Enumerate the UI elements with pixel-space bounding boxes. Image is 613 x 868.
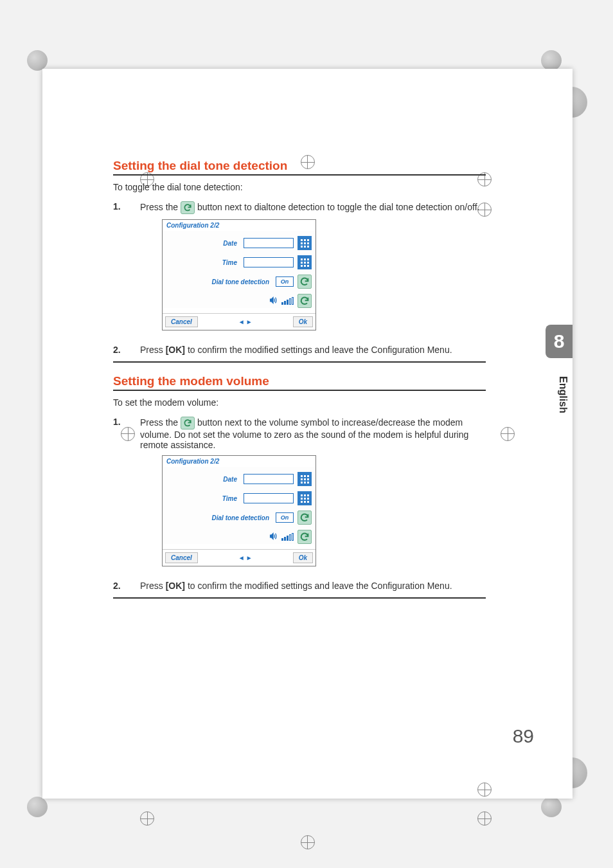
svg-rect-30 [301, 498, 303, 500]
crop-dot-icon [541, 797, 562, 817]
svg-rect-18 [301, 475, 303, 477]
step-2: 2. Press [OK] to confirm the modified se… [113, 581, 486, 591]
svg-rect-0 [301, 239, 303, 241]
svg-rect-12 [301, 262, 303, 264]
step-text: to confirm the modified settings and lea… [185, 345, 452, 355]
registration-mark-icon [501, 427, 515, 441]
volume-bars-icon [281, 297, 294, 305]
divider [113, 597, 486, 599]
step-text: Press [140, 581, 166, 591]
keypad-icon[interactable] [298, 255, 312, 269]
label-time: Time [166, 259, 240, 266]
pager-icon[interactable]: ◄► [233, 554, 258, 561]
svg-rect-16 [304, 265, 306, 267]
label-date: Date [166, 240, 240, 247]
svg-rect-27 [301, 494, 303, 496]
registration-mark-icon [477, 782, 492, 797]
svg-rect-33 [301, 501, 303, 503]
svg-rect-7 [304, 246, 306, 248]
dial-tone-value: On [276, 276, 294, 287]
divider [113, 361, 486, 363]
page-number: 89 [513, 725, 534, 747]
svg-rect-10 [304, 258, 306, 260]
svg-rect-22 [304, 478, 306, 480]
svg-rect-28 [304, 494, 306, 496]
refresh-icon [181, 201, 195, 214]
refresh-icon [181, 417, 195, 429]
step-number: 1. [113, 201, 129, 338]
divider [113, 390, 486, 391]
svg-rect-1 [304, 239, 306, 241]
step-number: 2. [113, 345, 129, 355]
svg-rect-21 [301, 478, 303, 480]
keypad-icon[interactable] [298, 236, 312, 250]
label-dial-tone-detection: Dial tone detection [166, 278, 272, 285]
volume-bars-icon [281, 533, 294, 541]
registration-mark-icon [301, 835, 315, 849]
time-field[interactable] [244, 257, 294, 267]
date-field[interactable] [244, 474, 294, 484]
svg-rect-19 [304, 475, 306, 477]
svg-rect-14 [307, 262, 309, 264]
step-2: 2. Press [OK] to confirm the modified se… [113, 345, 486, 355]
heading-dial-tone-detection: Setting the dial tone detection [113, 159, 486, 173]
step-text: Press [140, 345, 166, 355]
heading-modem-volume: Setting the modem volume [113, 374, 486, 388]
svg-rect-2 [307, 239, 309, 241]
pager-icon[interactable]: ◄► [233, 318, 258, 325]
svg-rect-29 [307, 494, 309, 496]
intro-text: To set the modem volume: [113, 397, 486, 408]
config-screen: Configuration 2/2 Date Time [162, 455, 316, 566]
svg-rect-23 [307, 478, 309, 480]
svg-rect-8 [307, 246, 309, 248]
svg-rect-15 [301, 265, 303, 267]
svg-rect-5 [307, 242, 309, 244]
step-text: to confirm the modified settings and lea… [185, 581, 452, 591]
svg-rect-13 [304, 262, 306, 264]
refresh-icon[interactable] [298, 511, 312, 525]
crop-dot-icon [27, 797, 48, 817]
refresh-icon[interactable] [298, 294, 312, 308]
document-page: Setting the dial tone detection To toggl… [42, 69, 573, 799]
label-time: Time [166, 495, 240, 502]
svg-rect-34 [304, 501, 306, 503]
step-text: button next to dialtone detection to tog… [195, 202, 479, 212]
intro-text: To toggle the dial tone detection: [113, 182, 486, 192]
chapter-tab: 8 [546, 325, 573, 358]
speaker-icon [269, 296, 278, 307]
step-text: Press the [140, 417, 181, 428]
time-field[interactable] [244, 493, 294, 503]
date-field[interactable] [244, 238, 294, 248]
keypad-icon[interactable] [298, 491, 312, 505]
svg-rect-32 [307, 498, 309, 500]
svg-rect-11 [307, 258, 309, 260]
config-title: Configuration 2/2 [163, 220, 315, 231]
label-dial-tone-detection: Dial tone detection [166, 514, 272, 521]
crop-dot-icon [27, 50, 48, 71]
step-number: 1. [113, 417, 129, 574]
step-text: Press the [140, 202, 181, 212]
step-1: 1. Press the button next to dialtone det… [113, 201, 486, 338]
ok-button[interactable]: Ok [293, 316, 313, 327]
step-1: 1. Press the button next to the volume s… [113, 417, 486, 574]
svg-rect-26 [307, 482, 309, 484]
svg-rect-24 [301, 482, 303, 484]
cancel-button[interactable]: Cancel [165, 316, 198, 327]
cancel-button[interactable]: Cancel [165, 552, 198, 563]
registration-mark-icon [477, 811, 492, 826]
crop-dot-icon [541, 50, 562, 71]
refresh-icon[interactable] [298, 530, 312, 544]
step-text-bold: [OK] [166, 581, 185, 591]
svg-rect-6 [301, 246, 303, 248]
step-number: 2. [113, 581, 129, 591]
svg-rect-17 [307, 265, 309, 267]
refresh-icon[interactable] [298, 275, 312, 289]
config-title: Configuration 2/2 [163, 456, 315, 467]
speaker-icon [269, 532, 278, 543]
language-label: English [557, 376, 569, 413]
ok-button[interactable]: Ok [293, 552, 313, 563]
keypad-icon[interactable] [298, 472, 312, 486]
svg-rect-9 [301, 258, 303, 260]
svg-rect-20 [307, 475, 309, 477]
svg-rect-31 [304, 498, 306, 500]
